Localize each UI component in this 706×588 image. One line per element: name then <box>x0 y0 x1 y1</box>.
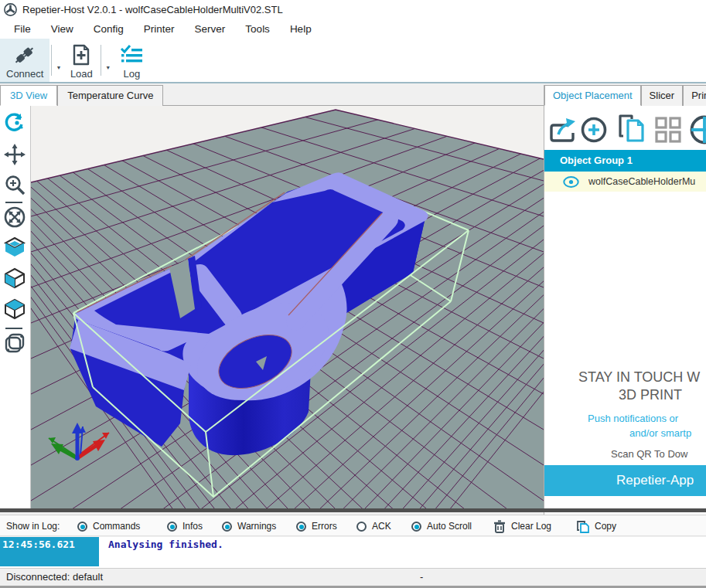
copy-icon[interactable] <box>576 520 590 534</box>
scene-3d <box>31 106 544 508</box>
plug-icon <box>13 43 36 66</box>
menu-view[interactable]: View <box>51 21 73 37</box>
menu-server[interactable]: Server <box>195 21 226 37</box>
show-in-log-label: Show in Log: <box>6 521 60 532</box>
radio-errors-label[interactable]: Errors <box>312 521 337 532</box>
center-object-icon[interactable] <box>688 114 706 146</box>
right-tab-strip: Object Placement Slicer Print <box>544 85 706 106</box>
toolbar-separator <box>101 45 101 76</box>
log-view[interactable]: 12:45:56.621 Analysing finished. <box>0 537 706 568</box>
object-toolbar <box>544 108 706 148</box>
log-timestamp: 12:45:56.621 <box>0 537 99 566</box>
radio-infos-label[interactable]: Infos <box>182 521 203 532</box>
viewport-bottom-border <box>0 508 706 512</box>
log-message: Analysing finished. <box>108 539 223 550</box>
app-logo-icon <box>4 3 17 16</box>
menu-bar: File View Config Printer Server Tools He… <box>0 19 706 39</box>
connect-dropdown-caret[interactable]: ▼ <box>53 65 63 70</box>
radio-ack[interactable] <box>356 522 367 532</box>
trash-icon[interactable] <box>493 520 506 534</box>
window-title: Repetier-Host V2.0.1 - wolfCaseCableHold… <box>22 4 283 15</box>
tab-temperature-curve[interactable]: Temperature Curve <box>57 85 163 106</box>
menu-help[interactable]: Help <box>290 21 312 37</box>
tab-3d-view[interactable]: 3D View <box>0 85 57 106</box>
clear-log-label[interactable]: Clear Log <box>511 521 551 532</box>
radio-commands[interactable] <box>77 522 87 532</box>
radio-auto-scroll[interactable] <box>411 522 421 532</box>
load-button[interactable]: Load <box>63 39 99 82</box>
add-object-icon[interactable] <box>580 114 608 145</box>
top-view-icon[interactable] <box>4 298 26 320</box>
menu-config[interactable]: Config <box>94 21 124 37</box>
view-tool-column <box>0 106 31 508</box>
object-group-header[interactable]: Object Group 1 <box>544 150 706 172</box>
radio-errors[interactable] <box>296 522 306 532</box>
tab-slicer[interactable]: Slicer <box>641 85 684 106</box>
isometric-view-icon[interactable] <box>4 236 26 258</box>
promo-heading-1: STAY IN TOUCH W <box>578 369 700 386</box>
tool-divider <box>5 202 22 203</box>
tab-object-placement[interactable]: Object Placement <box>544 85 641 106</box>
view-tab-strip: 3D View Temperature Curve <box>0 85 544 106</box>
autoposition-icon[interactable] <box>654 116 682 144</box>
tab-print[interactable]: Print <box>683 85 706 106</box>
radio-warnings[interactable] <box>222 522 232 532</box>
zoom-view-icon[interactable] <box>4 174 26 195</box>
promo-heading-2: 3D PRINT <box>619 387 682 403</box>
radio-warnings-label[interactable]: Warnings <box>237 521 276 532</box>
repetier-app-button[interactable]: Repetier-App <box>544 465 706 496</box>
rotate-view-icon[interactable] <box>4 112 26 134</box>
copy-object-icon[interactable] <box>616 113 650 147</box>
promo-sub-2: and/or smartp <box>629 427 691 439</box>
load-dropdown-caret[interactable]: ▼ <box>103 65 113 70</box>
status-bar: Disconnected: default - <box>0 568 706 586</box>
title-bar: Repetier-Host V2.0.1 - wolfCaseCableHold… <box>0 0 706 19</box>
promo-scan-line: Scan QR To Dow <box>611 448 687 460</box>
repetier-host-window: Repetier-Host V2.0.1 - wolfCaseCableHold… <box>0 0 706 588</box>
load-document-icon <box>70 43 93 66</box>
visibility-eye-icon[interactable] <box>563 176 579 188</box>
log-button[interactable]: Log <box>113 39 150 82</box>
front-view-icon[interactable] <box>4 267 26 289</box>
menu-tools[interactable]: Tools <box>245 21 270 37</box>
connect-label: Connect <box>6 68 43 80</box>
load-label: Load <box>70 68 93 80</box>
log-filter-bar: Show in Log: Commands Infos Warnings Err… <box>0 515 706 536</box>
fit-view-icon[interactable] <box>4 206 26 228</box>
log-label: Log <box>123 68 140 80</box>
toolbar-separator <box>51 45 52 76</box>
viewport-3d[interactable] <box>31 106 544 508</box>
object-name: wolfCaseCableHolderMu <box>588 176 695 187</box>
status-center: - <box>420 571 423 583</box>
tool-divider <box>5 328 22 329</box>
radio-auto-scroll-label[interactable]: Auto Scroll <box>427 521 472 532</box>
copy-label[interactable]: Copy <box>595 521 616 532</box>
connection-status: Disconnected: default <box>6 571 103 583</box>
menu-printer[interactable]: Printer <box>144 21 175 37</box>
radio-commands-label[interactable]: Commands <box>93 521 140 532</box>
promo-sub-1: Push notifications or <box>588 413 678 424</box>
right-panel: Object Placement Slicer Print <box>544 85 706 515</box>
toggle-projection-icon[interactable] <box>4 332 26 354</box>
move-view-icon[interactable] <box>4 144 26 165</box>
main-toolbar: Connect ▼ Load ▼ Log <box>0 39 706 83</box>
radio-infos[interactable] <box>167 522 177 532</box>
menu-file[interactable]: File <box>14 21 31 37</box>
radio-ack-label[interactable]: ACK <box>372 521 391 532</box>
export-icon[interactable] <box>547 114 578 145</box>
log-checklist-icon <box>119 43 144 66</box>
object-list-row[interactable]: wolfCaseCableHolderMu <box>544 172 706 192</box>
connect-button[interactable]: Connect <box>0 39 49 82</box>
